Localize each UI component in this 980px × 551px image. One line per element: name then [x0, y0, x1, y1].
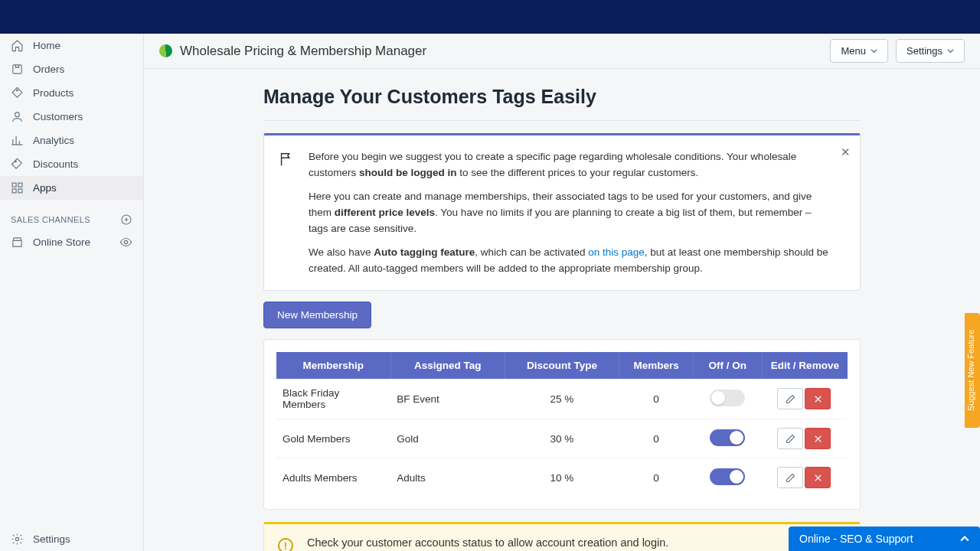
cell-tag: Gold: [390, 419, 505, 458]
svg-rect-6: [12, 189, 16, 193]
th-actions: Edit / Remove: [762, 352, 848, 379]
main: Wholesale Pricing & Membership Manager M…: [144, 34, 980, 551]
cell-membership: Black Friday Members: [276, 379, 390, 419]
chart-icon: [11, 134, 24, 147]
nav-settings[interactable]: Settings: [0, 527, 143, 551]
sidebar: Home Orders Products Customers Analytics…: [0, 34, 144, 551]
nav-label: Apps: [33, 182, 57, 194]
cell-discount: 10 %: [505, 458, 619, 497]
toggle-switch[interactable]: [710, 390, 745, 406]
nav-home[interactable]: Home: [0, 34, 143, 57]
table-row: Black Friday MembersBF Event25 %0: [276, 379, 848, 419]
memberships-table-card: Membership Assigned Tag Discount Type Me…: [263, 339, 861, 510]
channels-header: SALES CHANNELS: [0, 200, 143, 230]
th-members: Members: [619, 352, 694, 379]
memberships-table: Membership Assigned Tag Discount Type Me…: [276, 352, 848, 497]
nav-customers[interactable]: Customers: [0, 105, 143, 129]
th-toggle: Off / On: [694, 352, 763, 379]
cell-discount: 30 %: [505, 419, 619, 458]
separator: [263, 120, 861, 121]
channel-label: Online Store: [33, 236, 90, 248]
cell-membership: Gold Members: [276, 419, 390, 458]
toggle-switch[interactable]: [710, 429, 745, 446]
top-bar: [0, 0, 980, 34]
info-banner: Before you begin we suggest you to creat…: [263, 133, 861, 291]
cell-tag: Adults: [390, 458, 505, 497]
settings-button[interactable]: Settings: [896, 39, 965, 63]
app-logo: [159, 44, 172, 57]
cell-members: 0: [619, 379, 694, 419]
nav-label: Analytics: [33, 135, 74, 146]
chevron-down-icon: [871, 47, 877, 54]
apps-icon: [11, 181, 24, 194]
discount-icon: [11, 158, 24, 171]
th-discount: Discount Type: [505, 352, 619, 379]
svg-rect-0: [13, 65, 21, 73]
nav-apps[interactable]: Apps: [0, 176, 143, 200]
delete-button[interactable]: [805, 388, 831, 409]
edit-button[interactable]: [777, 388, 803, 409]
flag-icon: [278, 151, 295, 276]
nav-discounts[interactable]: Discounts: [0, 152, 143, 176]
page-title: Manage Your Customers Tags Easily: [263, 86, 861, 108]
support-chat-bar[interactable]: Online - SEO & Support: [789, 527, 980, 551]
channel-online-store[interactable]: Online Store: [0, 230, 143, 254]
gear-icon: [11, 533, 24, 546]
svg-rect-7: [18, 189, 22, 193]
add-channel-icon[interactable]: [120, 214, 132, 226]
table-row: Gold MembersGold30 %0: [276, 419, 848, 458]
close-icon[interactable]: ✕: [841, 143, 851, 161]
svg-rect-5: [18, 183, 22, 187]
user-icon: [11, 110, 24, 123]
app-title: Wholesale Pricing & Membership Manager: [180, 44, 426, 59]
edit-button[interactable]: [777, 428, 803, 449]
channels-header-label: SALES CHANNELS: [11, 215, 90, 224]
menu-button[interactable]: Menu: [830, 39, 888, 63]
svg-point-3: [15, 161, 17, 162]
new-membership-button[interactable]: New Membership: [263, 302, 371, 328]
svg-point-10: [15, 537, 18, 540]
nav-label: Settings: [33, 533, 70, 545]
orders-icon: [11, 63, 24, 76]
table-row: Adults MembersAdults10 %0: [276, 458, 848, 497]
app-header: Wholesale Pricing & Membership Manager M…: [144, 34, 980, 69]
cell-membership: Adults Members: [276, 458, 390, 497]
warning-message: Check your customer accounts status to a…: [307, 536, 668, 549]
cell-tag: BF Event: [390, 379, 505, 419]
nav-label: Products: [33, 87, 74, 99]
suggest-feature-tab[interactable]: Suggest New Feature: [965, 313, 980, 428]
svg-point-2: [15, 112, 20, 117]
store-icon: [11, 236, 24, 249]
home-icon: [11, 39, 24, 52]
auto-tag-link[interactable]: on this page: [588, 246, 645, 258]
tag-icon: [11, 86, 24, 99]
nav-products[interactable]: Products: [0, 81, 143, 105]
nav-label: Orders: [33, 64, 64, 75]
chevron-down-icon: [947, 47, 954, 54]
chevron-up-icon: [960, 534, 969, 543]
svg-point-9: [124, 240, 127, 243]
nav-label: Customers: [33, 111, 83, 122]
th-membership: Membership: [276, 352, 390, 379]
toggle-switch[interactable]: [710, 468, 745, 485]
eye-icon[interactable]: [119, 236, 132, 249]
svg-rect-4: [12, 183, 16, 187]
warning-banner: ! Check your customer accounts status to…: [263, 522, 861, 551]
svg-point-1: [17, 90, 18, 91]
delete-button[interactable]: [805, 467, 831, 488]
nav-label: Discounts: [33, 158, 78, 170]
delete-button[interactable]: [805, 428, 831, 449]
settings-label: Settings: [906, 45, 942, 57]
warning-icon: !: [278, 538, 293, 551]
th-tag: Assigned Tag: [390, 352, 505, 379]
cell-discount: 25 %: [505, 379, 619, 419]
edit-button[interactable]: [777, 467, 803, 488]
nav-analytics[interactable]: Analytics: [0, 129, 143, 152]
support-label: Online - SEO & Support: [799, 533, 913, 545]
menu-label: Menu: [841, 45, 866, 57]
cell-members: 0: [619, 419, 694, 458]
cell-members: 0: [619, 458, 694, 497]
nav-label: Home: [33, 40, 60, 51]
nav-orders[interactable]: Orders: [0, 57, 143, 81]
